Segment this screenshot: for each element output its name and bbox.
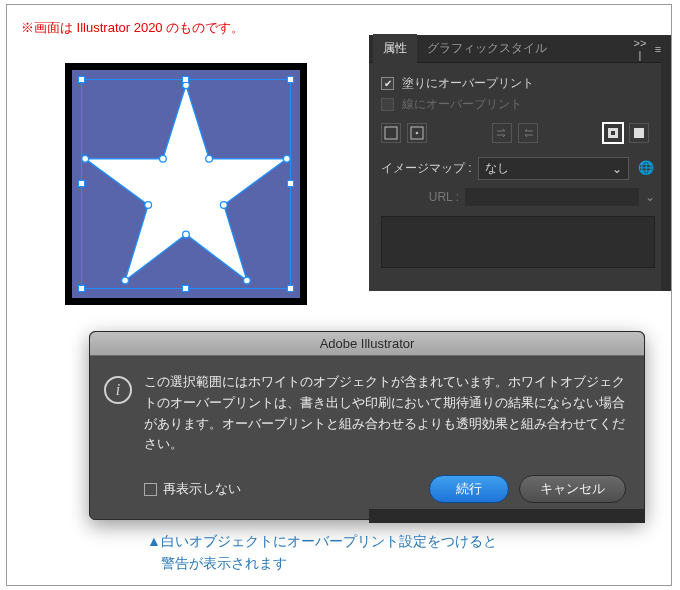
selection-handle[interactable] xyxy=(287,285,294,292)
selection-handle[interactable] xyxy=(287,180,294,187)
url-label: URL : xyxy=(381,190,459,204)
show-center-icon[interactable] xyxy=(381,123,401,143)
browser-icon[interactable]: 🌐 xyxy=(637,160,655,178)
dont-show-label[interactable]: 再表示しない xyxy=(163,480,241,498)
tab-graphic-style[interactable]: グラフィックスタイル xyxy=(417,34,557,63)
selection-handle[interactable] xyxy=(78,285,85,292)
fill-overprint-checkbox[interactable]: ✔ xyxy=(381,77,394,90)
chevron-down-icon: ⌄ xyxy=(612,162,622,176)
url-row: URL : ⌄ xyxy=(381,188,655,206)
even-odd-rule-icon[interactable] xyxy=(603,123,623,143)
nonzero-rule-icon[interactable] xyxy=(629,123,649,143)
url-input[interactable] xyxy=(465,188,639,206)
path-direction-off-icon[interactable] xyxy=(492,123,512,143)
top-note: ※画面は Illustrator 2020 のものです。 xyxy=(21,19,244,37)
imagemap-value: なし xyxy=(485,160,509,177)
panel-textarea[interactable] xyxy=(381,216,655,268)
svg-rect-16 xyxy=(634,128,644,138)
svg-rect-11 xyxy=(385,127,397,139)
selection-handle[interactable] xyxy=(182,285,189,292)
selection-handle[interactable] xyxy=(287,76,294,83)
panel-collapse-icon[interactable]: >> | xyxy=(631,37,649,61)
warning-dialog: Adobe Illustrator i この選択範囲にはホワイトのオブジェクトが… xyxy=(89,331,645,520)
selection-handle[interactable] xyxy=(78,180,85,187)
artwork-canvas xyxy=(59,57,313,311)
panel-tabs: 属性 グラフィックスタイル >> | ≡ xyxy=(369,35,667,63)
stroke-overprint-checkbox xyxy=(381,98,394,111)
imagemap-row: イメージマップ : なし ⌄ 🌐 xyxy=(381,157,655,180)
fill-overprint-label: 塗りにオーバープリント xyxy=(402,75,534,92)
tab-attributes[interactable]: 属性 xyxy=(373,34,417,63)
dont-show-checkbox[interactable] xyxy=(144,483,157,496)
svg-rect-15 xyxy=(611,131,615,135)
selection-bounds[interactable] xyxy=(81,79,291,289)
path-direction-on-icon[interactable] xyxy=(518,123,538,143)
chevron-down-icon[interactable]: ⌄ xyxy=(645,190,655,204)
svg-point-13 xyxy=(416,132,419,135)
bg-shadow xyxy=(369,509,645,523)
selection-handle[interactable] xyxy=(182,76,189,83)
stroke-overprint-row: 線にオーバープリント xyxy=(381,96,655,113)
attribute-icon-row xyxy=(381,123,655,143)
dialog-title: Adobe Illustrator xyxy=(90,332,644,356)
dock-strip xyxy=(661,35,671,291)
imagemap-label: イメージマップ : xyxy=(381,160,472,177)
continue-button[interactable]: 続行 xyxy=(429,475,509,503)
caption-line2: 警告が表示されます xyxy=(161,555,287,571)
stroke-overprint-label: 線にオーバープリント xyxy=(402,96,522,113)
attributes-panel: 属性 グラフィックスタイル >> | ≡ ✔ 塗りにオーバープリント 線にオーバ… xyxy=(369,35,667,291)
selection-handle[interactable] xyxy=(78,76,85,83)
imagemap-select[interactable]: なし ⌄ xyxy=(478,157,629,180)
hide-center-icon[interactable] xyxy=(407,123,427,143)
info-icon: i xyxy=(104,376,132,404)
fill-overprint-row[interactable]: ✔ 塗りにオーバープリント xyxy=(381,75,655,92)
cancel-button[interactable]: キャンセル xyxy=(519,475,626,503)
caption-line1: ▲白いオブジェクトにオーバープリント設定をつけると xyxy=(147,533,497,549)
figure-frame: ※画面は Illustrator 2020 のものです。 属性 xyxy=(6,4,672,586)
dialog-message: この選択範囲にはホワイトのオブジェクトが含まれています。ホワイトオブジェクトのオ… xyxy=(144,372,626,455)
figure-caption: ▲白いオブジェクトにオーバープリント設定をつけると 警告が表示されます xyxy=(147,530,497,575)
